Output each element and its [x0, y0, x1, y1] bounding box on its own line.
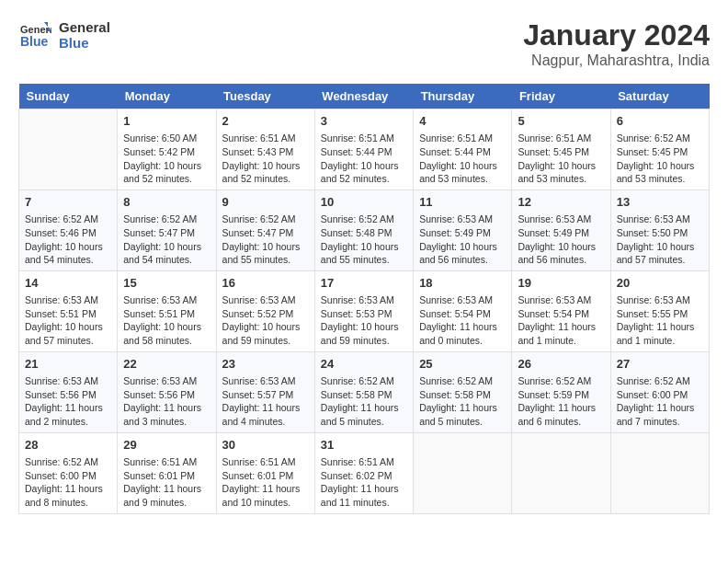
day-info: Daylight: 11 hours — [123, 401, 210, 415]
day-number: 8 — [123, 194, 210, 211]
svg-text:Blue: Blue — [20, 34, 49, 49]
day-info: Sunrise: 6:51 AM — [222, 455, 309, 469]
day-info: Sunset: 5:56 PM — [25, 388, 111, 402]
day-info: Sunset: 5:42 PM — [123, 145, 210, 159]
day-number: 13 — [617, 194, 703, 211]
day-number: 16 — [222, 275, 309, 292]
day-info: Sunrise: 6:53 AM — [518, 293, 604, 307]
day-info: Daylight: 11 hours — [123, 482, 210, 496]
day-info: Daylight: 11 hours — [321, 482, 407, 496]
day-info: Daylight: 10 hours — [222, 240, 309, 254]
day-number: 26 — [518, 356, 604, 373]
day-info: Sunset: 5:47 PM — [222, 226, 309, 240]
day-info: and 52 minutes. — [222, 172, 309, 186]
day-info: Daylight: 10 hours — [25, 240, 111, 254]
day-info: and 58 minutes. — [123, 334, 210, 348]
day-info: Daylight: 11 hours — [617, 401, 703, 415]
day-info: Sunrise: 6:53 AM — [123, 293, 210, 307]
day-info: Sunset: 5:55 PM — [617, 307, 703, 321]
day-info: Sunset: 6:02 PM — [321, 469, 407, 483]
calendar-cell — [414, 432, 512, 513]
calendar-cell: 20Sunrise: 6:53 AMSunset: 5:55 PMDayligh… — [610, 270, 709, 351]
day-info: Sunrise: 6:53 AM — [25, 374, 111, 388]
day-info: and 2 minutes. — [25, 415, 111, 429]
calendar-cell: 1Sunrise: 6:50 AMSunset: 5:42 PMDaylight… — [118, 109, 216, 190]
day-info: and 56 minutes. — [518, 253, 604, 267]
day-info: Sunrise: 6:52 AM — [518, 374, 604, 388]
day-info: Daylight: 11 hours — [25, 401, 111, 415]
calendar-cell: 13Sunrise: 6:53 AMSunset: 5:50 PMDayligh… — [610, 190, 709, 270]
day-info: Daylight: 11 hours — [222, 482, 309, 496]
day-info: Sunrise: 6:53 AM — [518, 213, 604, 226]
day-info: Sunset: 5:44 PM — [419, 145, 506, 159]
logo: General Blue General Blue — [18, 18, 110, 52]
day-number: 14 — [25, 275, 111, 292]
day-info: and 9 minutes. — [123, 496, 210, 510]
day-number: 1 — [123, 113, 210, 130]
day-info: and 6 minutes. — [518, 415, 604, 429]
calendar-cell: 21Sunrise: 6:53 AMSunset: 5:56 PMDayligh… — [19, 351, 118, 432]
col-header-thursday: Thursday — [414, 84, 512, 109]
day-number: 6 — [617, 113, 703, 130]
col-header-wednesday: Wednesday — [314, 84, 413, 109]
day-info: Sunrise: 6:53 AM — [25, 293, 111, 307]
day-info: Sunrise: 6:53 AM — [222, 374, 309, 388]
day-info: Daylight: 10 hours — [123, 159, 210, 173]
day-info: and 11 minutes. — [321, 496, 407, 510]
day-number: 17 — [321, 275, 407, 292]
day-info: Daylight: 10 hours — [419, 159, 506, 173]
day-info: Daylight: 10 hours — [321, 159, 407, 173]
day-info: and 55 minutes. — [222, 253, 309, 267]
day-info: and 7 minutes. — [617, 415, 703, 429]
calendar-cell: 5Sunrise: 6:51 AMSunset: 5:45 PMDaylight… — [512, 109, 610, 190]
day-number: 22 — [123, 356, 210, 373]
day-info: and 59 minutes. — [321, 334, 407, 348]
day-info: Daylight: 11 hours — [518, 320, 604, 334]
calendar-cell: 4Sunrise: 6:51 AMSunset: 5:44 PMDaylight… — [414, 109, 512, 190]
day-info: Sunrise: 6:53 AM — [123, 374, 210, 388]
calendar-cell — [19, 109, 118, 190]
day-info: Daylight: 11 hours — [419, 320, 506, 334]
day-info: Daylight: 10 hours — [617, 240, 703, 254]
day-info: Sunrise: 6:52 AM — [617, 132, 703, 145]
day-info: Daylight: 10 hours — [321, 240, 407, 254]
day-info: Daylight: 11 hours — [518, 401, 604, 415]
day-number: 9 — [222, 194, 309, 211]
day-info: Daylight: 10 hours — [123, 320, 210, 334]
day-info: Sunset: 5:47 PM — [123, 226, 210, 240]
day-info: Sunrise: 6:50 AM — [123, 132, 210, 145]
day-number: 18 — [419, 275, 506, 292]
day-info: and 52 minutes. — [321, 172, 407, 186]
day-info: Sunrise: 6:51 AM — [321, 132, 407, 145]
day-info: Daylight: 11 hours — [222, 401, 309, 415]
day-info: Sunset: 5:43 PM — [222, 145, 309, 159]
day-info: Sunset: 5:50 PM — [617, 226, 703, 240]
day-info: Sunset: 5:52 PM — [222, 307, 309, 321]
day-info: Sunrise: 6:52 AM — [321, 374, 407, 388]
day-info: Sunset: 5:45 PM — [518, 145, 604, 159]
title-block: January 2024 Nagpur, Maharashtra, India — [523, 18, 710, 69]
day-info: Sunset: 5:58 PM — [419, 388, 506, 402]
calendar-cell: 11Sunrise: 6:53 AMSunset: 5:49 PMDayligh… — [414, 190, 512, 270]
calendar-cell: 29Sunrise: 6:51 AMSunset: 6:01 PMDayligh… — [118, 432, 216, 513]
day-info: Daylight: 10 hours — [419, 240, 506, 254]
day-number: 15 — [123, 275, 210, 292]
day-info: and 57 minutes. — [617, 253, 703, 267]
calendar-cell: 26Sunrise: 6:52 AMSunset: 5:59 PMDayligh… — [512, 351, 610, 432]
day-info: Daylight: 10 hours — [222, 320, 309, 334]
day-info: Sunrise: 6:51 AM — [222, 132, 309, 145]
day-info: Sunrise: 6:52 AM — [25, 213, 111, 226]
day-info: and 53 minutes. — [518, 172, 604, 186]
day-number: 23 — [222, 356, 309, 373]
day-info: and 0 minutes. — [419, 334, 506, 348]
calendar-cell: 22Sunrise: 6:53 AMSunset: 5:56 PMDayligh… — [118, 351, 216, 432]
day-info: Sunrise: 6:52 AM — [222, 213, 309, 226]
day-info: Sunrise: 6:52 AM — [419, 374, 506, 388]
calendar-cell — [512, 432, 610, 513]
day-info: and 5 minutes. — [419, 415, 506, 429]
logo-icon: General Blue — [18, 18, 51, 52]
location: Nagpur, Maharashtra, India — [523, 52, 710, 69]
day-info: Sunset: 5:54 PM — [419, 307, 506, 321]
day-info: and 56 minutes. — [419, 253, 506, 267]
day-info: Sunset: 5:51 PM — [123, 307, 210, 321]
